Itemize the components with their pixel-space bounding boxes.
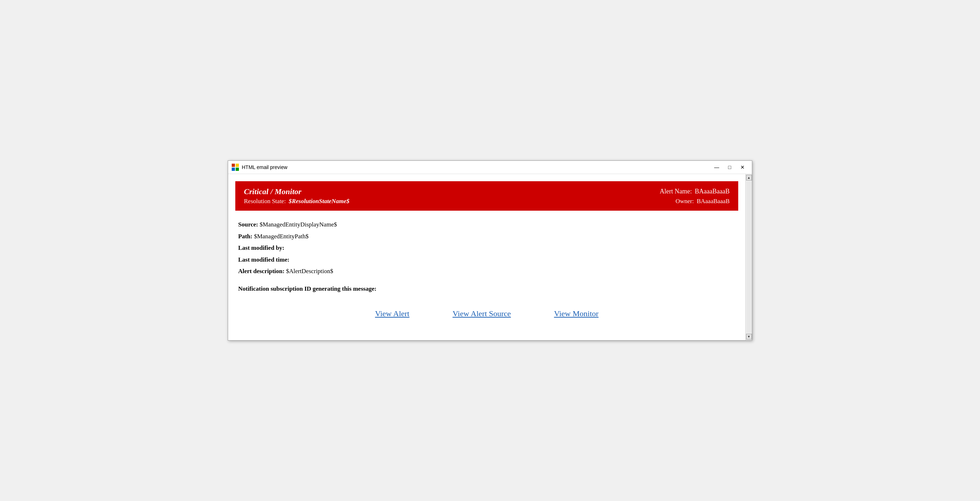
view-alert-link[interactable]: View Alert — [375, 306, 409, 321]
main-window: HTML email preview — □ ✕ Critical / Moni… — [228, 160, 752, 341]
notification-line: Notification subscription ID generating … — [238, 284, 735, 295]
svg-rect-1 — [235, 164, 239, 167]
path-label: Path: — [238, 233, 253, 240]
svg-rect-2 — [232, 168, 235, 171]
alert-description-value: $AlertDescription$ — [286, 268, 333, 274]
maximize-button[interactable]: □ — [724, 163, 735, 171]
scroll-track[interactable] — [746, 181, 751, 333]
alert-description-label: Alert description: — [238, 268, 285, 274]
close-button[interactable]: ✕ — [737, 163, 748, 171]
source-line: Source: $ManagedEntityDisplayName$ — [238, 219, 735, 230]
minimize-button[interactable]: — — [711, 163, 722, 171]
window-content: Critical / Monitor Alert Name: BAaaaBaaa… — [228, 174, 752, 340]
resolution-value: $ResolutionStateName$ — [289, 198, 676, 205]
last-modified-by-label: Last modified by: — [238, 244, 284, 251]
title-bar: HTML email preview — □ ✕ — [228, 161, 752, 174]
scroll-down-arrow[interactable]: ▼ — [746, 334, 752, 339]
source-label: Source: — [238, 221, 258, 228]
last-modified-time-label: Last modified time: — [238, 256, 290, 263]
main-area: Critical / Monitor Alert Name: BAaaaBaaa… — [228, 174, 745, 340]
path-line: Path: $ManagedEntityPath$ — [238, 231, 735, 242]
scroll-up-arrow[interactable]: ▲ — [746, 175, 752, 181]
resolution-label: Resolution State: — [244, 198, 286, 205]
svg-rect-3 — [235, 168, 239, 171]
alert-header-row-1: Critical / Monitor Alert Name: BAaaaBaaa… — [244, 187, 730, 196]
window-controls: — □ ✕ — [711, 163, 748, 171]
svg-rect-0 — [232, 164, 235, 167]
last-modified-time-line: Last modified time: — [238, 254, 735, 266]
alert-name-value: BAaaaBaaaB — [695, 188, 730, 195]
email-body: Source: $ManagedEntityDisplayName$ Path:… — [228, 211, 745, 340]
links-area: View Alert View Alert Source View Monito… — [238, 303, 735, 331]
path-value: $ManagedEntityPath$ — [254, 233, 309, 240]
alert-type: Critical / Monitor — [244, 187, 660, 196]
owner-value: BAaaaBaaaB — [697, 198, 730, 205]
scrollbar-right[interactable]: ▲ ▼ — [745, 174, 752, 340]
view-monitor-link[interactable]: View Monitor — [554, 306, 598, 321]
source-value: $ManagedEntityDisplayName$ — [260, 221, 337, 228]
alert-description-line: Alert description: $AlertDescription$ — [238, 266, 735, 277]
alert-header: Critical / Monitor Alert Name: BAaaaBaaa… — [235, 181, 738, 211]
view-alert-source-link[interactable]: View Alert Source — [453, 306, 511, 321]
alert-name-label: Alert Name: — [660, 188, 692, 195]
alert-header-row-2: Resolution State: $ResolutionStateName$ … — [244, 198, 730, 205]
app-icon — [232, 164, 239, 171]
window-title: HTML email preview — [242, 164, 711, 170]
last-modified-by-line: Last modified by: — [238, 243, 735, 254]
owner-label: Owner: — [675, 198, 694, 205]
